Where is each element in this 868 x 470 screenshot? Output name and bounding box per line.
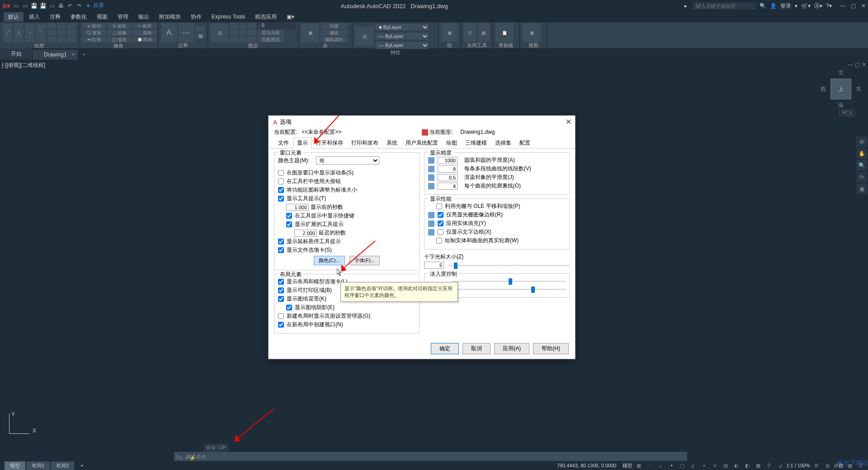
tip-seconds-input[interactable] [286,204,309,211]
share-label[interactable]: 共享 [93,2,104,10]
apply-button[interactable]: 应用(A) [494,343,529,354]
stretch-icon[interactable]: ⬌ 拉伸 [82,37,106,42]
menu-output[interactable]: 输出 [134,12,154,22]
group-icon[interactable]: ▣ [441,23,458,42]
scale-icon[interactable]: ◫ 缩放 [107,37,132,42]
menu-manage[interactable]: 管理 [113,12,133,22]
minimize-icon[interactable]: — [840,3,845,9]
cancel-button[interactable]: 取消 [462,343,491,354]
layer-tool-icon[interactable] [248,37,256,42]
cart-icon[interactable]: 🛒▾ [801,3,811,9]
user-icon[interactable]: 👤 [770,3,777,9]
close-icon[interactable]: ✕ [861,3,866,9]
menu-more-icon[interactable]: ▣▾ [282,13,299,21]
viewcube-east[interactable]: 东 [856,85,861,93]
lm-tabs-checkbox[interactable] [278,279,284,285]
layer-tool-icon[interactable]: 匹配图层 [257,37,284,42]
tab-drawing[interactable]: Drawing1✕ [33,50,78,60]
draw-tool-icon[interactable] [57,37,66,42]
tab-close-icon[interactable]: ✕ [71,52,75,57]
color-select[interactable]: ■ ByLayer [375,23,429,31]
qat-undo-icon[interactable]: ↶ [66,2,74,10]
seg-input[interactable] [438,165,458,173]
arc-input[interactable] [438,157,458,164]
tab-profiles[interactable]: 配置 [515,137,534,149]
block-edit-icon[interactable]: 编辑 [321,30,348,36]
tab-3dmodel[interactable]: 三维建模 [461,137,491,149]
cs-icon[interactable]: ⊞ [823,461,832,470]
line-icon[interactable]: ╱ [3,24,13,42]
menu-view[interactable]: 视图 [92,12,112,22]
match-props-icon[interactable]: ▤ [355,27,373,46]
viewcube-west[interactable]: 西 [821,85,826,93]
autodesk-icon[interactable]: Ⓐ▾ [814,2,822,10]
leader-icon[interactable] [196,26,205,32]
util-icon[interactable]: ▦ [477,23,490,42]
theme-select[interactable]: 暗 [316,156,379,164]
new-mgr-checkbox[interactable] [278,313,284,319]
qat-redo-icon[interactable]: ↷ [75,2,83,10]
crosshair-slider[interactable] [448,265,570,266]
dim-icon[interactable]: ⟼ [179,23,195,42]
block-attr-icon[interactable]: 编辑属性 [321,37,348,42]
tab-add-icon[interactable]: + [78,50,90,60]
viewcube-north[interactable]: 北 [838,69,844,76]
raster-frame-checkbox[interactable] [438,212,443,218]
tab-display[interactable]: 显示 [293,137,312,149]
lwt-icon[interactable]: ≡ [710,461,719,470]
fillet-icon[interactable]: ╭ 圆角 [132,30,157,36]
text-frame-checkbox[interactable] [438,229,443,235]
arc-icon[interactable]: ⌒ [36,24,46,42]
tip-ext-checkbox[interactable] [286,221,292,227]
layer-tool-icon[interactable] [239,30,247,36]
qat-plot-icon[interactable]: 🖶 [57,2,65,10]
surf-input[interactable] [438,183,458,190]
qs-icon[interactable]: ▦ [754,461,763,470]
viewcube-top-face[interactable]: 上 [830,79,851,99]
draw-tool-icon[interactable] [57,30,66,36]
layer-tool-icon[interactable] [230,23,238,29]
new-vp-checkbox[interactable] [278,322,284,328]
stdicon-checkbox[interactable] [278,187,284,193]
bigbtn-checkbox[interactable] [278,179,284,184]
tip-shortcut-checkbox[interactable] [286,213,292,219]
share-icon[interactable]: ✈ [84,2,92,10]
draw-tool-icon[interactable] [57,23,66,29]
xref-slider[interactable] [452,281,566,282]
move-icon[interactable]: ⊕ 移动 [82,23,106,29]
hover-checkbox[interactable] [278,239,284,244]
tab-selection[interactable]: 选择集 [491,137,515,149]
tab-userpref[interactable]: 用户系统配置 [401,137,442,149]
osnap-icon[interactable]: ▢ [678,461,687,470]
qat-saveas-icon[interactable]: 💾 [39,2,47,10]
menu-featured[interactable]: 精选应用 [250,12,281,22]
layer-tool-icon[interactable] [248,23,256,29]
menu-addins[interactable]: 附加模块 [155,12,185,22]
model-tab[interactable]: 模型 [5,461,25,470]
layer-dropdown[interactable]: ▫ 0 [257,23,295,29]
circle-icon[interactable]: ○ [25,24,35,42]
track-icon[interactable]: ∠ [689,461,698,470]
tab-system[interactable]: 系统 [382,137,401,149]
nav-orbit-icon[interactable]: ⟳ [856,172,867,183]
3d-icon[interactable]: ◧ [743,461,752,470]
menu-express[interactable]: Express Tools [207,13,250,21]
layout-add-icon[interactable]: + [75,462,89,469]
snap-icon[interactable]: ⸬ [645,461,654,470]
scrollbar-checkbox[interactable] [278,170,284,176]
nav-wheel-icon[interactable]: ⚙ [856,136,867,147]
crosshair-input[interactable] [424,262,444,269]
block-create-icon[interactable]: 创建 [321,23,348,29]
copy-icon[interactable]: ⿻ 复制 [82,30,106,36]
tooltip-checkbox[interactable] [278,196,284,202]
nav-show-icon[interactable]: ▣ [856,183,867,194]
paper-bg-checkbox[interactable] [278,296,284,302]
nav-zoom-icon[interactable]: 🔍 [856,160,867,171]
array-icon[interactable]: 🔲 阵列 [132,37,157,42]
scale-readout[interactable]: 1:1 / 100% [786,463,810,468]
menu-param[interactable]: 参数化 [66,12,91,22]
anno2-icon[interactable]: ⊿ [775,461,784,470]
tab-start[interactable]: 开始 [0,48,33,60]
linetype-select[interactable]: — ByLayer [375,41,429,49]
layer-tool-icon[interactable] [239,23,247,29]
